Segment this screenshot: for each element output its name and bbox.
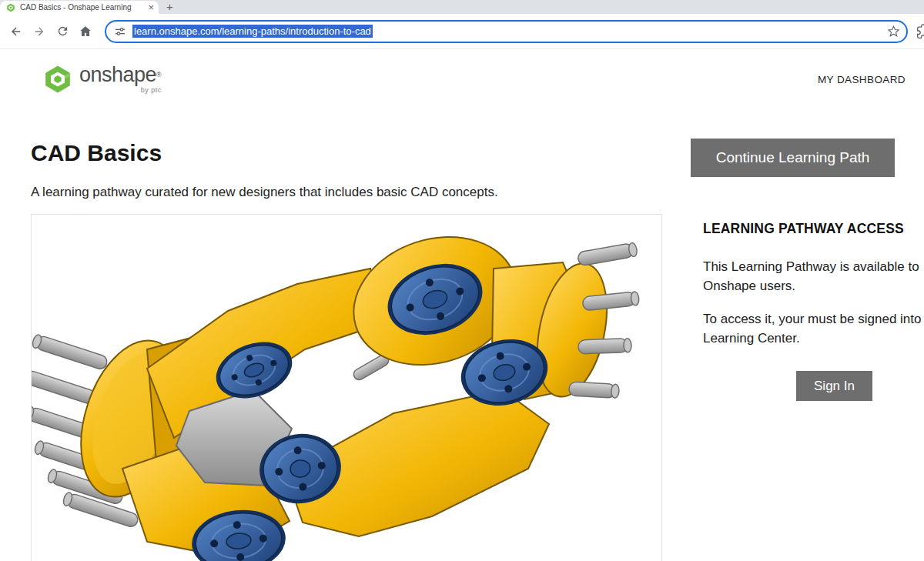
reload-icon[interactable] [51, 20, 74, 43]
onshape-logo-icon [42, 64, 73, 95]
course-image-frame [31, 214, 662, 561]
logo-byline: by ptc [141, 87, 162, 94]
continue-learning-path-button[interactable]: Continue Learning Path [691, 139, 895, 177]
url-input[interactable]: learn.onshape.com/learning-paths/introdu… [132, 25, 373, 38]
browser-tab[interactable]: CAD Basics - Onshape Learning × [0, 1, 159, 14]
tab-close-icon[interactable]: × [148, 2, 154, 12]
access-heading: LEARNING PATHWAY ACCESS [703, 221, 924, 237]
forward-icon[interactable] [28, 20, 51, 43]
onshape-wordmark: onshape® by ptc [79, 65, 162, 94]
right-column: Continue Learning Path LEARNING PATHWAY … [691, 139, 924, 401]
cad-model-image [32, 215, 661, 561]
back-icon[interactable] [5, 20, 28, 43]
site-header: onshape® by ptc MY DASHBOARD [0, 49, 924, 109]
site-settings-icon[interactable] [114, 25, 126, 38]
paragraph-line: This Learning Pathway is available to [703, 257, 924, 276]
tab-strip: CAD Basics - Onshape Learning × + [0, 0, 924, 14]
sign-in-button[interactable]: Sign In [796, 371, 872, 401]
main-content: CAD Basics A learning pathway curated fo… [0, 109, 924, 561]
paragraph-line: Onshape users. [703, 276, 924, 296]
access-paragraph-1: This Learning Pathway is available to On… [703, 257, 924, 296]
browser-toolbar: learn.onshape.com/learning-paths/introdu… [0, 14, 924, 49]
extensions-puzzle-icon[interactable] [914, 20, 924, 43]
onshape-favicon-icon [6, 3, 15, 12]
tab-title: CAD Basics - Onshape Learning [20, 3, 143, 12]
access-paragraph-2: To access it, your must be signed into L… [703, 309, 924, 348]
home-icon[interactable] [74, 20, 97, 43]
my-dashboard-link[interactable]: MY DASHBOARD [818, 74, 906, 85]
new-tab-icon[interactable]: + [166, 1, 173, 14]
address-bar[interactable]: learn.onshape.com/learning-paths/introdu… [105, 20, 908, 43]
onshape-logo[interactable]: onshape® by ptc [42, 64, 162, 95]
paragraph-line: Learning Center. [703, 329, 924, 348]
paragraph-line: To access it, your must be signed into [703, 309, 924, 329]
bookmark-star-icon[interactable] [887, 25, 900, 38]
